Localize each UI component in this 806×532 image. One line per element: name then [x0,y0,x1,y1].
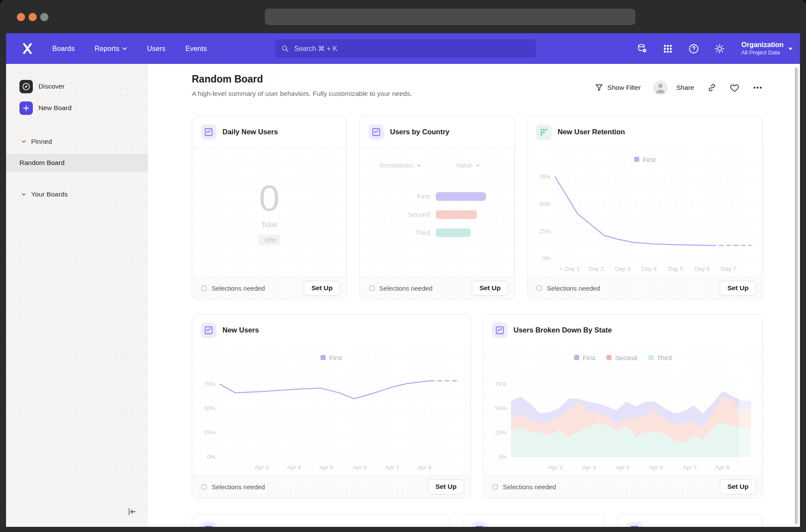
sidebar-collapse-icon[interactable] [126,506,137,517]
share-button[interactable]: Share [676,84,694,92]
card-footer: Selections needed Set Up [483,475,762,498]
breakdown-bar [436,192,486,201]
window-frame-left [0,33,6,532]
svg-text:Apr 5: Apr 5 [616,464,629,471]
traffic-light-zoom[interactable] [40,13,48,21]
card-body: 0 Total ↑0% [192,148,346,276]
help-icon[interactable] [688,43,700,55]
svg-text:Apr 4: Apr 4 [287,464,301,471]
apps-grid-icon[interactable] [662,43,674,55]
copy-link-icon[interactable] [707,83,717,92]
sidebar-section-your-boards[interactable]: Your Boards [21,186,148,203]
svg-text:Apr 7: Apr 7 [683,464,697,471]
svg-text:0%: 0% [498,454,507,460]
org-name: Organization [741,41,784,49]
favorite-heart-icon[interactable] [730,83,739,93]
nav-item-boards[interactable]: Boards [52,45,75,53]
search-box[interactable] [275,39,536,58]
svg-text:Day 2: Day 2 [589,266,604,272]
status-circle-icon [492,484,498,490]
status-circle-icon [536,285,543,291]
breakdown-dropdown[interactable]: Breakdown [380,162,421,169]
svg-text:50%: 50% [495,405,507,412]
page-subtitle: A high-level summary of user behaviors. … [192,90,412,98]
card-header: New User Retention [527,117,762,147]
svg-text:Day 3: Day 3 [615,266,630,272]
card-body: First75%50%25%0%Apr 3Apr 4Apr 5Apr 6Apr … [192,345,470,475]
setup-button[interactable]: Set Up [304,281,340,296]
mixpanel-logo-icon[interactable] [22,42,33,55]
svg-text:Apr 3: Apr 3 [549,464,562,471]
svg-text:Day 5: Day 5 [668,266,683,272]
nav-menu: Boards Reports Users Events [52,45,207,53]
data-management-icon[interactable] [636,43,648,55]
vertical-scrollbar[interactable] [795,67,798,524]
url-bar[interactable] [265,9,635,25]
svg-text:Apr 4: Apr 4 [582,464,597,471]
setup-button[interactable]: Set Up [720,479,756,494]
show-filter-button[interactable]: Show Filter [595,83,641,92]
avatar[interactable] [653,80,668,95]
settings-gear-icon[interactable] [714,43,726,55]
setup-button[interactable]: Set Up [472,281,508,296]
more-options-icon[interactable] [752,82,763,93]
breakdown-bar [436,210,477,219]
svg-text:Apr 7: Apr 7 [385,464,399,471]
status-text: Selections needed [212,483,428,491]
svg-text:Day 7: Day 7 [721,266,736,272]
svg-text:75%: 75% [204,381,216,387]
nav-item-events[interactable]: Events [185,45,207,53]
chart-legend: First [532,153,758,165]
compass-icon [19,80,33,93]
nav-item-reports[interactable]: Reports [95,45,127,53]
svg-text:Apr 6: Apr 6 [353,464,367,471]
svg-text:Day 6: Day 6 [695,266,710,272]
search-input[interactable] [293,44,530,53]
metric-label: Total [262,221,277,229]
setup-button[interactable]: Set Up [720,281,756,296]
setup-button[interactable]: Set Up [428,479,464,494]
person-icon [653,80,668,95]
status-text: Selections needed [503,483,720,491]
state-breakdown-chart: FirstSecondThird75%50%25%0%Apr 3Apr 4Apr… [483,345,762,475]
org-project: All Project Data [741,49,784,56]
value-dropdown[interactable]: Value [456,162,480,169]
status-text: Selections needed [212,285,304,292]
traffic-light-close[interactable] [17,13,25,21]
card-users-by-country: Users by Country Breakdown Value FirstSe… [359,116,515,300]
sidebar-item-new-board[interactable]: New Board [19,98,148,117]
metric-value: 0 [259,179,280,216]
filter-funnel-icon [595,83,603,92]
chevron-down-icon [122,47,127,50]
svg-text:Apr 3: Apr 3 [255,464,269,471]
nav-item-users[interactable]: Users [147,45,165,53]
card-header: Users Broken Down By State [483,315,762,345]
card-footer: Selections needed Set Up [360,276,514,299]
breakdown-bar [436,228,471,237]
country-row: First [360,187,514,206]
svg-text:25%: 25% [495,429,507,436]
svg-text:75%: 75% [539,174,551,180]
org-switcher[interactable]: Organization All Project Data [741,41,793,56]
chart-legend: FirstSecondThird [488,352,758,364]
status-text: Selections needed [547,285,720,292]
card-header: Daily New Users [192,117,346,148]
svg-text:50%: 50% [204,405,216,412]
svg-text:75%: 75% [495,381,507,387]
card-users-by-state: Users Broken Down By State FirstSecondTh… [483,314,763,498]
status-circle-icon [201,285,207,291]
retention-grid-icon [536,124,552,140]
card-footer: Selections needed Set Up [192,475,470,498]
svg-text:< Day 1: < Day 1 [560,266,580,272]
insights-chart-icon [492,323,508,338]
search-icon [281,44,289,53]
sidebar-item-random-board[interactable]: Random Board [6,154,148,172]
status-circle-icon [201,484,207,490]
sidebar-section-pinned[interactable]: Pinned [21,133,148,150]
new-users-chart: First75%50%25%0%Apr 3Apr 4Apr 5Apr 6Apr … [192,345,470,475]
country-row: Third [360,224,514,242]
status-circle-icon [368,285,375,291]
sidebar-item-discover[interactable]: Discover [19,77,148,96]
sidebar: Discover New Board Pinned Random Board Y… [6,64,148,527]
traffic-light-minimize[interactable] [29,13,37,21]
